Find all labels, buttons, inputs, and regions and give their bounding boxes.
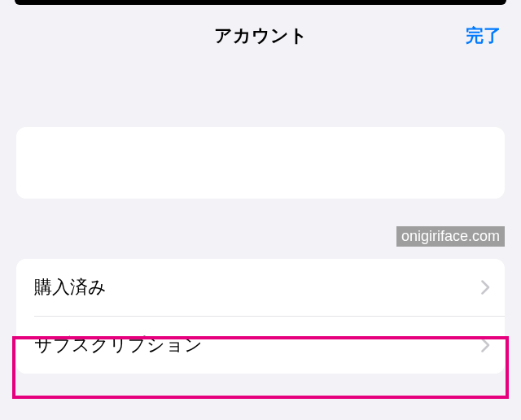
row-label: 購入済み: [34, 275, 107, 300]
chevron-right-icon: [481, 280, 490, 295]
purchased-row[interactable]: 購入済み: [16, 259, 505, 316]
account-info-card: [16, 127, 505, 199]
account-list-group: 購入済み サブスクリプション: [16, 259, 505, 374]
subscriptions-row[interactable]: サブスクリプション: [16, 317, 505, 374]
page-title: アカウント: [214, 24, 308, 48]
chevron-right-icon: [481, 338, 490, 352]
row-label: サブスクリプション: [34, 333, 203, 357]
watermark-label: onigiriface.com: [396, 226, 505, 247]
done-button[interactable]: 完了: [466, 24, 501, 48]
sheet-header: アカウント 完了: [0, 18, 521, 54]
account-sheet: アカウント 完了 onigiriface.com 購入済み サブスクリプション: [0, 5, 521, 420]
